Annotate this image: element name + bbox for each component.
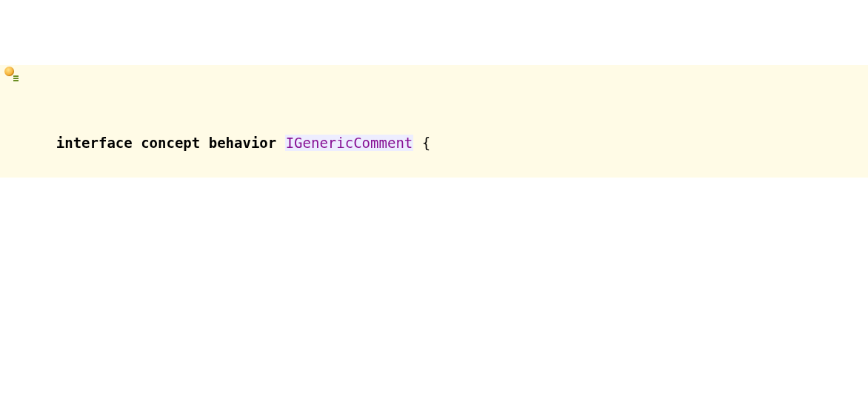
keyword-concept: concept: [141, 135, 200, 151]
brace-open: {: [422, 135, 430, 151]
keyword-behavior: behavior: [209, 135, 277, 151]
constructor-line[interactable]: constructor {: [0, 394, 868, 398]
keyword-interface: interface: [56, 135, 133, 151]
type-name[interactable]: IGenericComment: [285, 135, 414, 151]
declaration-line[interactable]: interface concept behavior IGenericComme…: [0, 65, 868, 177]
implements-gutter-icon[interactable]: [13, 75, 20, 81]
code-editor[interactable]: interface concept behavior IGenericComme…: [0, 0, 868, 398]
